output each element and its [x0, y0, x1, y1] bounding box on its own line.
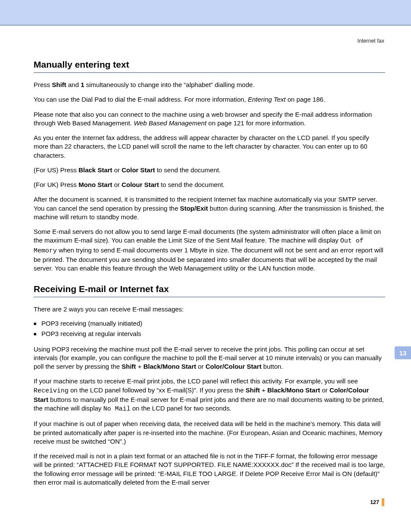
text: +	[260, 386, 267, 394]
lcd-no-mail: No Mail	[103, 405, 131, 413]
para: You can use the Dial Pad to dial the E-m…	[34, 95, 385, 104]
text: to send the document.	[159, 181, 225, 188]
para: (For US) Press Black Start or Color Star…	[34, 166, 385, 174]
text: Press	[34, 81, 52, 88]
page-body: Manually entering text Press Shift and 1…	[34, 59, 385, 487]
key-shift: Shift	[52, 81, 66, 88]
text: or	[112, 166, 122, 174]
text: or	[196, 363, 206, 370]
key-shift: Shift	[121, 363, 136, 370]
key-colour-start: Colour Start	[224, 363, 262, 370]
text: or	[320, 386, 330, 394]
ref-web-based-management: Web Based Management	[134, 119, 206, 127]
para: Using POP3 receiving the machine must po…	[34, 345, 385, 371]
text: or	[112, 181, 122, 188]
key-color: Color	[330, 386, 346, 394]
text: (For US) Press	[34, 166, 78, 174]
section-heading-manually-entering-text: Manually entering text	[34, 59, 385, 73]
lcd-receiving: Receiving	[34, 387, 68, 395]
list-item: POP3 receiving (manually initiated)	[34, 318, 385, 329]
key-mono-start: Mono Start	[162, 363, 196, 370]
para: Please note that also you can connect to…	[34, 110, 385, 128]
key-1: 1	[81, 81, 84, 88]
key-colour-start: Colour Start	[121, 181, 159, 188]
section-heading-receiving-email: Receiving E-mail or Internet fax	[34, 284, 385, 297]
list-item: POP3 receiving at regular intervals	[34, 329, 385, 339]
text: If your machine starts to receive E-mail…	[34, 377, 358, 385]
key-mono-start: Mono Start	[78, 181, 112, 188]
text: to send the document.	[155, 166, 221, 174]
text: when trying to send E-mail documents ove…	[34, 246, 383, 272]
text: on the LCD panel followed by “xx E-mail(…	[68, 386, 246, 394]
key-stop-exit: Stop/Exit	[180, 205, 208, 212]
para: Press Shift and 1 simultaneously to chan…	[34, 81, 385, 89]
text: on page 186.	[286, 96, 325, 103]
receive-methods-list: POP3 receiving (manually initiated) POP3…	[34, 318, 385, 339]
para: After the document is scanned, it is tra…	[34, 195, 385, 221]
key-black: Black	[267, 386, 284, 394]
text: Some E-mail servers do not allow you to …	[34, 228, 381, 244]
key-color: Color	[206, 363, 222, 370]
chapter-tab: 13	[395, 346, 411, 359]
text: button.	[262, 363, 283, 370]
key-black: Black	[143, 363, 161, 370]
page-number-bar-icon	[382, 498, 384, 506]
page-number: 127	[370, 499, 379, 505]
key-black-start: Black Start	[78, 166, 112, 174]
running-header: Internet fax	[357, 38, 384, 44]
key-color-start: Color Start	[121, 166, 155, 174]
para: (For UK) Press Mono Start or Colour Star…	[34, 180, 385, 189]
key-mono-start: Mono Start	[286, 386, 320, 394]
para: As you enter the Internet fax address, t…	[34, 134, 385, 160]
para: If your machine starts to receive E-mail…	[34, 377, 385, 414]
text: +	[136, 363, 143, 370]
para: Some E-mail servers do not allow you to …	[34, 227, 385, 273]
key-shift: Shift	[246, 386, 260, 394]
ref-entering-text: Entering Text	[248, 96, 286, 103]
text: on the LCD panel for two seconds.	[131, 404, 231, 412]
page-number-wrap: 127	[370, 498, 384, 506]
para: If your machine is out of paper when rec…	[34, 420, 385, 446]
para: If the received mail is not in a plain t…	[34, 452, 385, 487]
para: There are 2 ways you can receive E-mail …	[34, 305, 385, 314]
text: and	[66, 81, 81, 88]
text: on page 121 for more information.	[206, 119, 305, 127]
top-band	[0, 0, 411, 25]
text: simultaneously to change into the “alpha…	[84, 81, 255, 88]
text: You can use the Dial Pad to dial the E-m…	[34, 96, 248, 103]
text: (For UK) Press	[34, 181, 78, 188]
